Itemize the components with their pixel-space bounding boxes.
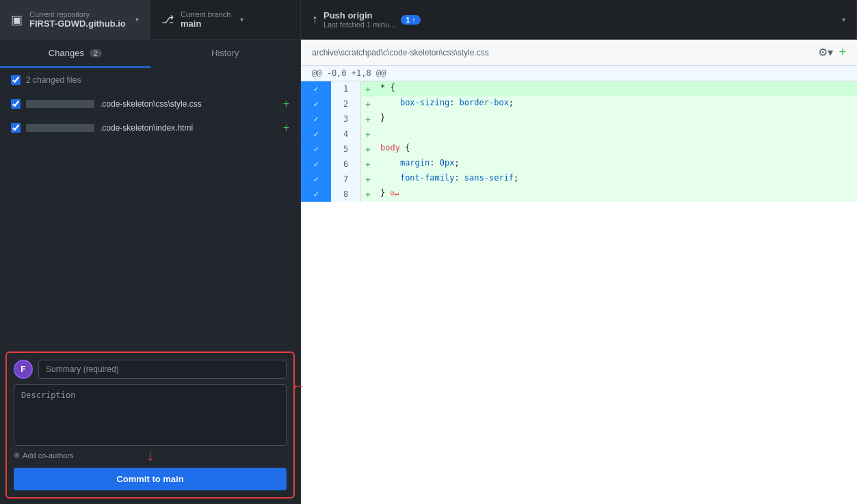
- down-arrow-annotation: ↓: [146, 447, 154, 464]
- file2-path-blur: [26, 124, 94, 132]
- file-item-2[interactable]: .code-skeleton\index.html +: [0, 116, 300, 140]
- left-panel: Changes 2 History 2 changed files .code-…: [0, 40, 301, 504]
- line1-num: 1: [331, 81, 361, 96]
- repo-section[interactable]: ▣ Current repository FIRST-GDWD.github.i…: [0, 0, 150, 39]
- check-icon-8: ✓: [313, 189, 318, 199]
- line5-code: body {: [375, 142, 857, 157]
- check-icon-1: ✓: [313, 84, 318, 94]
- check-icon-6: ✓: [313, 159, 318, 169]
- file1-path-blur: [26, 100, 94, 108]
- tab-history[interactable]: History: [150, 40, 301, 68]
- line4-sign: +: [361, 127, 375, 142]
- line6-num: 6: [331, 157, 361, 172]
- branch-label: Current branch: [181, 10, 230, 18]
- check-icon-2: ✓: [313, 99, 318, 109]
- file2-checkbox[interactable]: [11, 123, 21, 133]
- check-icon-5: ✓: [313, 144, 318, 154]
- line7-code: font-family: sans-serif;: [375, 172, 857, 187]
- description-textarea[interactable]: [14, 384, 287, 446]
- line6-code: margin: 0px;: [375, 157, 857, 172]
- line4-code: [375, 127, 857, 142]
- main-layout: Changes 2 History 2 changed files .code-…: [0, 40, 857, 504]
- file1-add-icon[interactable]: +: [283, 98, 289, 110]
- diff-line-6: ✓ 6 + margin: 0px;: [301, 157, 857, 172]
- left-arrow-annotation: ←: [291, 377, 306, 395]
- branch-chevron-icon: ▾: [240, 16, 243, 23]
- line2-check-col: ✓: [301, 96, 331, 111]
- check-icon-7: ✓: [313, 174, 318, 184]
- check-icon-4: ✓: [313, 129, 318, 139]
- diff-line-8: ✓ 8 + } ⊘↵: [301, 187, 857, 202]
- diff-actions: ⚙▾ +: [818, 45, 846, 59]
- push-sublabel: Last fetched 1 minu...: [324, 21, 395, 29]
- line5-check-col: ✓: [301, 142, 331, 157]
- line1-sign: +: [361, 81, 375, 96]
- line7-sign: +: [361, 172, 375, 187]
- line6-check-col: ✓: [301, 157, 331, 172]
- file1-name: .code-skeleton\css\style.css: [100, 99, 202, 109]
- diff-settings-button[interactable]: ⚙▾: [818, 46, 833, 59]
- diff-filepath: archive\scratchpad\c\code-skeleton\css\s…: [312, 48, 489, 57]
- line8-sign: +: [361, 187, 375, 202]
- check-icon-3: ✓: [313, 114, 318, 124]
- tab-changes[interactable]: Changes 2: [0, 40, 150, 68]
- repo-label: Current repository: [29, 10, 126, 18]
- line3-sign: +: [361, 111, 375, 127]
- line2-num: 2: [331, 96, 361, 111]
- commit-area: ← F ⊕ Add co-authors ↓ Commit to ma: [5, 352, 295, 499]
- push-chevron-icon: ▾: [842, 16, 845, 23]
- branch-icon: ⎇: [161, 13, 174, 26]
- diff-line-7: ✓ 7 + font-family: sans-serif;: [301, 172, 857, 187]
- line7-num: 7: [331, 172, 361, 187]
- line8-check-col: ✓: [301, 187, 331, 202]
- commit-avatar: F: [14, 360, 33, 379]
- line1-check-col: ✓: [301, 81, 331, 96]
- line8-num: 8: [331, 187, 361, 202]
- line5-sign: +: [361, 142, 375, 157]
- diff-line-1: ✓ 1 + * {: [301, 81, 857, 96]
- repo-icon: ▣: [11, 12, 23, 27]
- diff-header: archive\scratchpad\c\code-skeleton\css\s…: [301, 40, 857, 66]
- changes-badge: 2: [90, 49, 102, 57]
- line5-num: 5: [331, 142, 361, 157]
- diff-content: @@ -0,0 +1,8 @@ ✓ 1 + * { ✓ 2 + box-sizi…: [301, 66, 857, 504]
- changes-header: 2 changed files: [0, 68, 300, 92]
- line2-sign: +: [361, 96, 375, 111]
- commit-button[interactable]: Commit to main: [14, 468, 287, 490]
- branch-name: main: [181, 18, 230, 29]
- push-section[interactable]: ↑ Push origin Last fetched 1 minu... 1 ↑…: [301, 0, 857, 39]
- push-up-icon: ↑: [312, 12, 318, 27]
- line3-code: }: [375, 111, 857, 127]
- line7-check-col: ✓: [301, 172, 331, 187]
- file2-add-icon[interactable]: +: [283, 122, 289, 134]
- push-badge: 1 ↑: [401, 15, 421, 25]
- diff-add-button[interactable]: +: [839, 45, 846, 59]
- coauthor-icon: ⊕: [14, 451, 20, 460]
- diff-range-header: @@ -0,0 +1,8 @@: [301, 66, 857, 81]
- diff-line-3: ✓ 3 + }: [301, 111, 857, 127]
- line6-sign: +: [361, 157, 375, 172]
- line4-check-col: ✓: [301, 127, 331, 142]
- diff-line-4: ✓ 4 +: [301, 127, 857, 142]
- line4-num: 4: [331, 127, 361, 142]
- file-item-1[interactable]: .code-skeleton\css\style.css +: [0, 92, 300, 116]
- select-all-checkbox[interactable]: [11, 75, 21, 85]
- repo-name: FIRST-GDWD.github.io: [29, 18, 126, 29]
- line3-check-col: ✓: [301, 111, 331, 127]
- line2-code: box-sizing: border-box;: [375, 96, 857, 111]
- file1-checkbox[interactable]: [11, 99, 21, 109]
- line3-num: 3: [331, 111, 361, 127]
- diff-line-5: ✓ 5 + body {: [301, 142, 857, 157]
- diff-line-2: ✓ 2 + box-sizing: border-box;: [301, 96, 857, 111]
- line1-code: * {: [375, 81, 857, 96]
- tabs: Changes 2 History: [0, 40, 300, 68]
- line8-code: } ⊘↵: [375, 187, 857, 202]
- branch-section[interactable]: ⎇ Current branch main ▾: [150, 0, 301, 39]
- summary-input[interactable]: [38, 360, 287, 379]
- topbar: ▣ Current repository FIRST-GDWD.github.i…: [0, 0, 857, 40]
- commit-summary-row: F: [14, 360, 287, 379]
- push-label: Push origin: [324, 10, 395, 21]
- right-panel: archive\scratchpad\c\code-skeleton\css\s…: [301, 40, 857, 504]
- file2-name: .code-skeleton\index.html: [100, 123, 193, 133]
- repo-chevron-icon: ▾: [135, 16, 139, 23]
